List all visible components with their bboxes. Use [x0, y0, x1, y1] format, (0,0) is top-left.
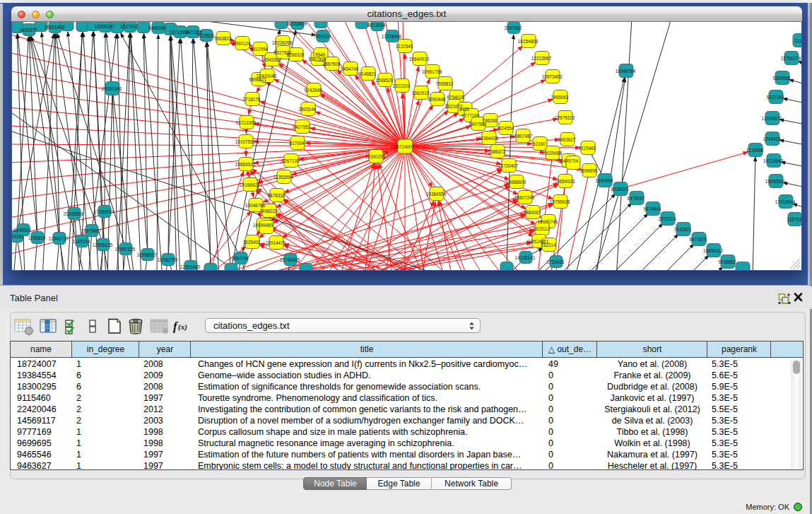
svg-text:20691406: 20691406: [45, 25, 65, 30]
svg-text:1522203: 1522203: [393, 83, 411, 88]
svg-text:12905135: 12905135: [93, 243, 113, 247]
svg-text:10025488: 10025488: [542, 151, 563, 156]
svg-text:10046786: 10046786: [245, 203, 266, 208]
svg-text:8427552: 8427552: [293, 124, 311, 129]
svg-text:8912954: 8912954: [251, 47, 269, 52]
svg-text:12923445: 12923445: [180, 264, 201, 269]
svg-text:18300295: 18300295: [365, 154, 386, 159]
svg-text:7955812: 7955812: [436, 81, 454, 86]
svg-text:14136141: 14136141: [515, 255, 536, 260]
svg-text:252214: 252214: [541, 243, 556, 247]
svg-text:746266: 746266: [482, 118, 498, 123]
svg-text:8186328: 8186328: [287, 52, 305, 57]
svg-text:9115460: 9115460: [579, 146, 596, 151]
svg-text:7386372: 7386372: [488, 149, 506, 154]
svg-text:7857224: 7857224: [314, 34, 331, 39]
svg-text:9699695: 9699695: [580, 168, 598, 173]
svg-text:22420046: 22420046: [257, 74, 277, 78]
svg-text:19654925: 19654925: [235, 162, 256, 167]
svg-text:2867608: 2867608: [323, 62, 341, 66]
svg-text:8878332: 8878332: [268, 193, 286, 198]
svg-text:3824554: 3824554: [497, 126, 514, 131]
svg-text:19975887: 19975887: [81, 228, 102, 233]
svg-text:12975115: 12975115: [555, 115, 575, 120]
svg-text:2645061: 2645061: [14, 228, 32, 233]
svg-text:1498222: 1498222: [260, 209, 278, 214]
svg-text:5546: 5546: [315, 52, 326, 57]
svg-text:10958107: 10958107: [137, 252, 158, 257]
svg-text:1615112: 1615112: [533, 226, 551, 231]
svg-text:1733426: 1733426: [547, 259, 565, 264]
svg-text:18807249: 18807249: [514, 195, 535, 200]
svg-text:15692901: 15692901: [765, 179, 786, 184]
svg-text:9857791: 9857791: [232, 256, 249, 261]
svg-text:15640910: 15640910: [409, 57, 430, 62]
svg-text:2803144: 2803144: [299, 107, 317, 112]
svg-text:10807487: 10807487: [512, 134, 533, 139]
svg-text:15751074: 15751074: [781, 56, 801, 61]
svg-text:20364436: 20364436: [478, 136, 499, 141]
svg-text:9327508: 9327508: [309, 57, 326, 62]
svg-text:19654923: 19654923: [555, 179, 575, 184]
svg-text:17016504: 17016504: [775, 199, 796, 204]
svg-text:15226058: 15226058: [272, 40, 293, 45]
svg-text:17957225: 17957225: [115, 247, 136, 252]
svg-text:1244415: 1244415: [763, 136, 781, 141]
svg-text:6794028: 6794028: [447, 95, 465, 100]
svg-text:1156819: 1156819: [28, 235, 46, 240]
svg-text:10210643: 10210643: [763, 158, 784, 163]
svg-text:9245652: 9245652: [719, 259, 736, 264]
svg-text:2087682: 2087682: [505, 25, 522, 30]
svg-text:15720407: 15720407: [498, 163, 519, 168]
svg-text:18724007: 18724007: [394, 144, 415, 149]
svg-text:7625402: 7625402: [243, 240, 261, 245]
svg-text:1145194: 1145194: [73, 239, 90, 244]
svg-text:10107552: 10107552: [235, 139, 256, 144]
svg-text:29053346: 29053346: [102, 86, 122, 91]
svg-text:19166825: 19166825: [240, 182, 260, 187]
svg-text:10961758: 10961758: [422, 69, 442, 74]
svg-text:9242848: 9242848: [305, 88, 322, 93]
svg-text:10973493: 10973493: [542, 74, 563, 79]
svg-text:6479197: 6479197: [628, 196, 645, 201]
svg-text:10688609: 10688609: [506, 180, 526, 185]
svg-text:10655287: 10655287: [95, 24, 115, 29]
svg-text:1640954: 1640954: [596, 178, 613, 183]
svg-text:13218906: 13218906: [382, 34, 402, 39]
svg-text:11353594: 11353594: [273, 175, 293, 180]
svg-text:1132545: 1132545: [396, 44, 413, 49]
svg-text:1215958: 1215958: [746, 148, 764, 153]
svg-text:9474444: 9474444: [644, 206, 661, 211]
svg-text:17359924: 17359924: [94, 209, 114, 214]
svg-text:12213967: 12213967: [531, 56, 552, 61]
svg-text:19756928: 19756928: [550, 199, 570, 204]
svg-text:817004: 817004: [289, 141, 305, 146]
svg-text:16914479: 16914479: [266, 240, 286, 245]
svg-text:7632621: 7632621: [674, 227, 692, 232]
svg-text:116753: 116753: [787, 217, 801, 222]
svg-text:8990448: 8990448: [428, 97, 446, 102]
svg-text:6466160: 6466160: [149, 25, 167, 30]
svg-text:8960124: 8960124: [233, 41, 251, 46]
svg-text:7485063: 7485063: [551, 95, 569, 100]
svg-text:12093872: 12093872: [762, 116, 782, 121]
svg-text:1362615: 1362615: [412, 90, 430, 95]
svg-text:10654112: 10654112: [703, 248, 723, 253]
svg-text:8471676: 8471676: [690, 237, 707, 242]
svg-text:9146821: 9146821: [359, 71, 377, 76]
svg-text:62160: 62160: [533, 141, 546, 146]
svg-text:8455: 8455: [459, 107, 470, 112]
svg-text:1405572: 1405572: [20, 28, 37, 33]
svg-text:9329966: 9329966: [773, 76, 791, 81]
svg-text:15716485: 15716485: [280, 257, 300, 262]
svg-text:8454749: 8454749: [341, 66, 359, 71]
svg-text:16154808: 16154808: [518, 39, 539, 44]
svg-text:16782759: 16782759: [158, 257, 178, 262]
svg-text:391141: 391141: [12, 234, 24, 239]
svg-text:7515526: 7515526: [197, 33, 215, 38]
svg-text:19384554: 19384554: [426, 192, 447, 197]
svg-text:8267130: 8267130: [282, 158, 300, 163]
svg-text:1588520: 1588520: [376, 78, 394, 83]
svg-text:9227342: 9227342: [767, 95, 784, 100]
svg-text:16543362: 16543362: [261, 57, 282, 62]
